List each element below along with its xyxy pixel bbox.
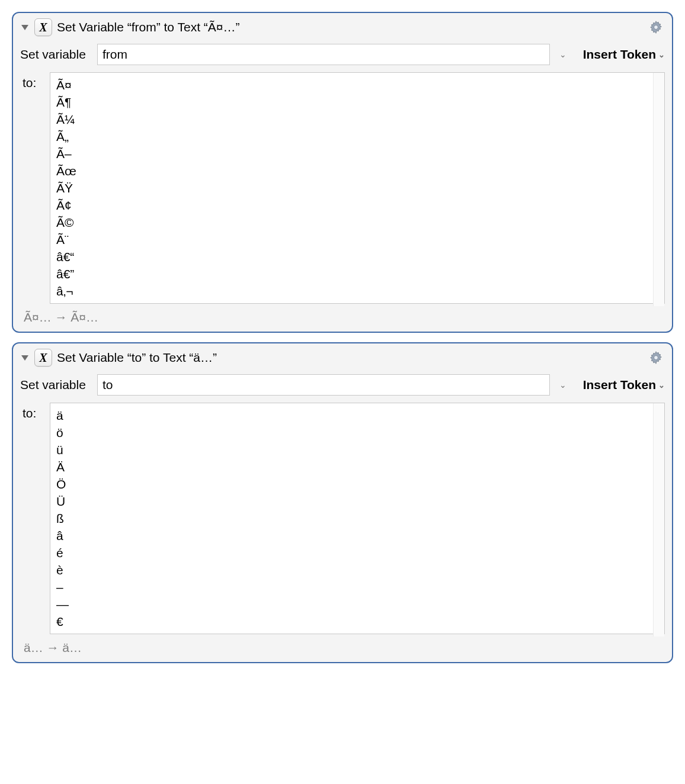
action-title: Set Variable “to” to Text “ä…” [57,351,644,365]
content-textarea[interactable] [50,72,665,304]
chevron-down-icon[interactable]: ⌄ [556,374,571,390]
disclosure-triangle-icon[interactable] [21,355,28,361]
insert-token-button[interactable]: Insert Token ⌄ [577,374,665,392]
variable-icon: X [34,349,52,367]
content-textarea-wrap [50,403,665,637]
chevron-down-icon[interactable]: ⌄ [556,44,571,59]
content-textarea-wrap [50,72,665,307]
insert-token-label: Insert Token [583,47,656,62]
editor-canvas: X Set Variable “from” to Text “Ã¤…” Set … [0,0,685,663]
transform-preview: ä… → ä… [24,641,665,655]
insert-token-button[interactable]: Insert Token ⌄ [577,44,665,62]
chevron-down-icon: ⌄ [658,50,665,59]
content-textarea[interactable] [50,403,665,634]
set-variable-row: Set variable ⌄ Insert Token ⌄ [20,44,665,65]
action-title: Set Variable “from” to Text “Ã¤…” [57,20,644,34]
set-variable-label: Set variable [20,374,91,392]
gear-icon[interactable] [648,350,664,365]
variable-name-input[interactable] [97,44,550,65]
to-label: to: [20,72,44,90]
set-variable-label: Set variable [20,44,91,62]
to-label: to: [20,403,44,420]
action-set-variable-to[interactable]: X Set Variable “to” to Text “ä…” Set var… [12,342,673,663]
disclosure-triangle-icon[interactable] [21,25,28,30]
svg-point-1 [654,25,658,30]
variable-icon: X [34,18,52,36]
to-row: to: [20,72,665,307]
variable-name-input[interactable] [97,374,550,396]
action-set-variable-from[interactable]: X Set Variable “from” to Text “Ã¤…” Set … [12,12,673,333]
transform-preview: Ã¤… → Ã¤… [24,310,665,324]
svg-point-3 [654,356,658,360]
action-header: X Set Variable “to” to Text “ä…” [20,348,665,367]
action-header: X Set Variable “from” to Text “Ã¤…” [20,18,665,37]
insert-token-label: Insert Token [583,378,656,392]
set-variable-row: Set variable ⌄ Insert Token ⌄ [20,374,665,396]
to-row: to: [20,403,665,637]
gear-icon[interactable] [648,20,664,35]
chevron-down-icon: ⌄ [658,381,665,390]
